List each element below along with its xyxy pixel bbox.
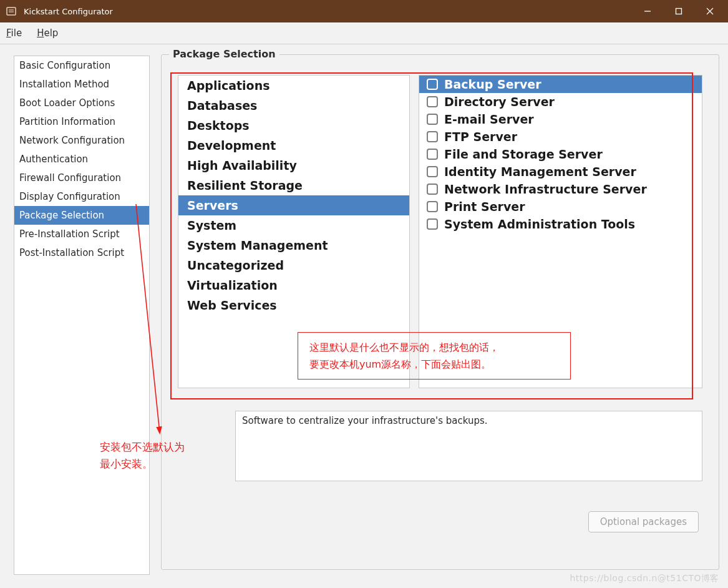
maximize-button[interactable] [663, 0, 694, 22]
package-label: File and Storage Server [444, 147, 603, 161]
checkbox-icon[interactable] [427, 96, 438, 107]
package-label: E-mail Server [444, 112, 534, 126]
sidebar: Basic Configuration Installation Method … [14, 56, 150, 575]
category-desktops[interactable]: Desktops [178, 115, 409, 135]
sidebar-item-authentication[interactable]: Authentication [14, 150, 149, 169]
category-system-management[interactable]: System Management [178, 235, 409, 255]
package-description: Software to centralize your infrastructu… [235, 411, 702, 481]
menu-file-label: ile [11, 27, 22, 39]
package-system-administration-tools[interactable]: System Administration Tools [419, 215, 702, 233]
optional-packages-label: Optional packages [600, 516, 687, 527]
menu-help-label: elp [44, 27, 58, 39]
panel-legend: Package Selection [169, 48, 279, 60]
category-servers[interactable]: Servers [178, 195, 409, 215]
checkbox-icon[interactable] [427, 149, 438, 160]
checkbox-icon[interactable] [427, 114, 438, 125]
annotation-side-text: 安装包不选默认为 最小安装。 [100, 439, 185, 473]
package-label: System Administration Tools [444, 217, 635, 231]
checkbox-icon[interactable] [427, 131, 438, 142]
watermark: https://blog.csdn.n@t51CTO博客 [570, 573, 719, 584]
checkbox-icon[interactable] [427, 201, 438, 212]
annotation-side-line2: 最小安装。 [100, 456, 185, 473]
package-ftp-server[interactable]: FTP Server [419, 128, 702, 145]
menu-help[interactable]: Help [37, 27, 58, 39]
package-file-storage-server[interactable]: File and Storage Server [419, 145, 702, 163]
checkbox-icon[interactable] [427, 79, 438, 90]
sidebar-item-boot-loader-options[interactable]: Boot Loader Options [14, 94, 149, 112]
checkbox-icon[interactable] [427, 218, 438, 230]
package-label: Identity Management Server [444, 165, 636, 179]
menubar: File Help [0, 22, 728, 44]
package-label: Print Server [444, 200, 525, 213]
sidebar-item-firewall-configuration[interactable]: Firewall Configuration [14, 169, 149, 187]
sidebar-item-package-selection[interactable]: Package Selection [14, 206, 149, 225]
category-web-services[interactable]: Web Services [178, 295, 409, 315]
package-network-infrastructure-server[interactable]: Network Infrastructure Server [419, 180, 702, 198]
sidebar-item-pre-installation-script[interactable]: Pre-Installation Script [14, 225, 149, 243]
sidebar-item-display-configuration[interactable]: Display Configuration [14, 187, 149, 206]
category-development[interactable]: Development [178, 135, 409, 155]
package-label: Network Infrastructure Server [444, 182, 647, 196]
package-directory-server[interactable]: Directory Server [419, 93, 702, 110]
sidebar-item-post-installation-script[interactable]: Post-Installation Script [14, 243, 149, 262]
package-label: Directory Server [444, 95, 555, 109]
package-backup-server[interactable]: Backup Server [419, 76, 702, 93]
annotation-note-line2: 要更改本机yum源名称，下面会贴出图。 [309, 356, 559, 373]
category-databases[interactable]: Databases [178, 96, 409, 115]
svg-rect-4 [676, 9, 682, 14]
package-label: Backup Server [444, 77, 541, 91]
category-resilient-storage[interactable]: Resilient Storage [178, 175, 409, 195]
sidebar-item-network-configuration[interactable]: Network Configuration [14, 131, 149, 150]
annotation-note-box: 这里默认是什么也不显示的，想找包的话， 要更改本机yum源名称，下面会贴出图。 [298, 332, 571, 380]
checkbox-icon[interactable] [427, 184, 438, 195]
close-button[interactable] [694, 0, 726, 22]
checkbox-icon[interactable] [427, 166, 438, 177]
menu-file[interactable]: File [6, 27, 22, 39]
package-label: FTP Server [444, 130, 517, 144]
package-print-server[interactable]: Print Server [419, 198, 702, 215]
package-email-server[interactable]: E-mail Server [419, 110, 702, 128]
category-applications[interactable]: Applications [178, 76, 409, 96]
sidebar-item-basic-configuration[interactable]: Basic Configuration [14, 56, 149, 75]
sidebar-item-installation-method[interactable]: Installation Method [14, 75, 149, 94]
app-icon [5, 5, 17, 17]
titlebar: Kickstart Configurator [0, 0, 728, 22]
client-area: Basic Configuration Installation Method … [0, 44, 728, 588]
category-system[interactable]: System [178, 215, 409, 235]
sidebar-item-partition-information[interactable]: Partition Information [14, 112, 149, 131]
minimize-button[interactable] [632, 0, 663, 22]
category-high-availability[interactable]: High Availability [178, 155, 409, 175]
annotation-side-line1: 安装包不选默认为 [100, 439, 185, 456]
annotation-note-line1: 这里默认是什么也不显示的，想找包的话， [309, 339, 559, 356]
package-selection-panel: Package Selection Applications Databases… [161, 54, 719, 570]
category-virtualization[interactable]: Virtualization [178, 275, 409, 295]
optional-packages-button[interactable]: Optional packages [588, 511, 699, 532]
package-description-text: Software to centralize your infrastructu… [242, 415, 488, 426]
svg-rect-0 [7, 7, 16, 15]
window-title: Kickstart Configurator [24, 7, 113, 16]
package-identity-management-server[interactable]: Identity Management Server [419, 163, 702, 180]
category-uncategorized[interactable]: Uncategorized [178, 255, 409, 275]
